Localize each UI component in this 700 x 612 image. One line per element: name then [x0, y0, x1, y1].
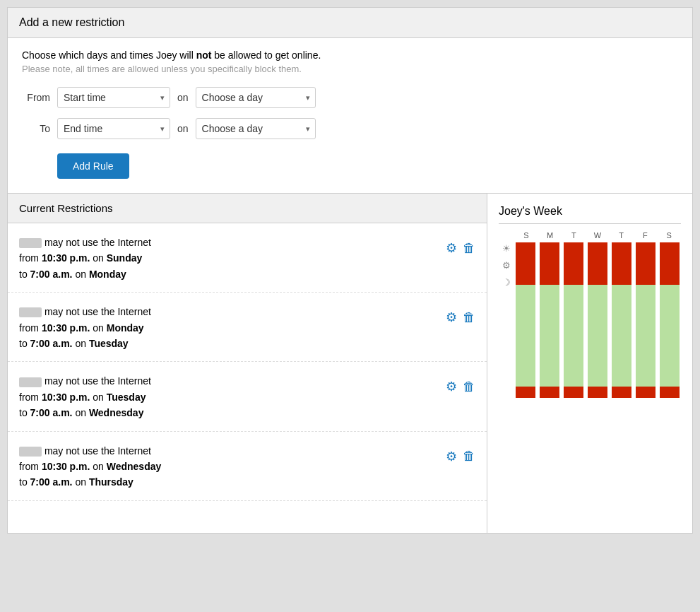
name-blur-4: [19, 447, 42, 457]
from-label: From: [22, 92, 50, 103]
sub-instruction: Please note, all times are allowed unles…: [22, 64, 678, 74]
from-row: From Start time 12:00 a.m. 1:00 a.m. 2:0…: [22, 87, 678, 108]
to-label: To: [22, 123, 50, 134]
bar-thursday-red-top: [612, 242, 631, 285]
instruction-end: be allowed to get online.: [214, 49, 321, 61]
name-blur-3: [19, 377, 42, 387]
bar-friday-green: [636, 285, 655, 387]
day-label-S2: S: [658, 231, 680, 240]
sun-icon: ☀: [502, 241, 511, 255]
end-time-select[interactable]: End time 12:00 a.m. 7:00 a.m. 10:30 p.m.: [57, 118, 170, 139]
bar-sunday-red-bot: [516, 387, 535, 398]
name-blur-2: [19, 307, 42, 317]
bar-sunday: [516, 242, 535, 398]
restriction-item-1: may not use the Internet from 10:30 p.m.…: [8, 223, 487, 293]
restriction-item-4: may not use the Internet from 10:30 p.m.…: [8, 432, 487, 501]
day-label-T1: T: [563, 231, 584, 240]
restriction-actions-4: ⚙ 🗑: [446, 443, 475, 464]
edit-restriction-3-icon[interactable]: ⚙: [446, 379, 457, 394]
moon-icon: ☽: [502, 275, 511, 289]
day-label-W: W: [587, 231, 608, 240]
edit-restriction-2-icon[interactable]: ⚙: [446, 310, 457, 325]
instruction-start: Choose which days and times Joey will: [22, 49, 194, 61]
bar-thursday-green: [612, 285, 631, 387]
page-title: Add a new restriction: [19, 16, 681, 29]
on-label-1: on: [177, 92, 189, 103]
restriction-text-2: may not use the Internet from 10:30 p.m.…: [19, 304, 151, 351]
instruction-text: Choose which days and times Joey will no…: [22, 49, 678, 61]
restriction-item-2: may not use the Internet from 10:30 p.m.…: [8, 293, 487, 362]
on-label-2: on: [177, 123, 189, 134]
bar-monday: [540, 242, 559, 398]
delete-restriction-4-icon[interactable]: 🗑: [463, 449, 475, 464]
delete-restriction-3-icon[interactable]: 🗑: [463, 379, 475, 394]
edit-restriction-4-icon[interactable]: ⚙: [446, 449, 457, 464]
day-labels: S M T W T F S: [514, 231, 681, 240]
bar-sunday-red-top: [516, 242, 535, 285]
start-time-select[interactable]: Start time 12:00 a.m. 1:00 a.m. 2:00 a.m…: [57, 87, 170, 108]
main-container: Add a new restriction Choose which days …: [7, 7, 693, 534]
edit-restriction-1-icon[interactable]: ⚙: [446, 240, 457, 256]
bottom-section: Current Restrictions may not use the Int…: [8, 194, 692, 533]
day-label-F: F: [634, 231, 655, 240]
gear-y-icon: ⚙: [502, 258, 511, 272]
bar-thursday-red-bot: [612, 387, 631, 398]
bar-sunday-green: [516, 285, 535, 387]
restriction-actions-3: ⚙ 🗑: [446, 373, 475, 394]
bar-wednesday-red-top: [588, 242, 607, 285]
bar-tuesday-green: [564, 285, 583, 387]
bar-tuesday: [564, 242, 583, 398]
to-day-wrapper: Choose a day Sunday Monday Tuesday Wedne…: [196, 118, 316, 139]
day-label-T2: T: [611, 231, 632, 240]
start-time-wrapper: Start time 12:00 a.m. 1:00 a.m. 2:00 a.m…: [57, 87, 170, 108]
bar-tuesday-red-bot: [564, 387, 583, 398]
day-label-M: M: [540, 231, 561, 240]
bar-saturday-green: [660, 285, 680, 387]
current-restrictions-title: Current Restrictions: [19, 202, 113, 214]
restriction-text-4: may not use the Internet from 10:30 p.m.…: [19, 443, 161, 490]
joeys-week-panel: Joey's Week ☀ ⚙ ☽ S M T W: [487, 194, 692, 533]
bar-wednesday-green: [588, 285, 607, 387]
from-day-select[interactable]: Choose a day Sunday Monday Tuesday Wedne…: [196, 87, 316, 108]
current-restrictions-header: Current Restrictions: [8, 194, 487, 223]
to-day-select[interactable]: Choose a day Sunday Monday Tuesday Wedne…: [196, 118, 316, 139]
add-restriction-body: Choose which days and times Joey will no…: [8, 38, 692, 194]
delete-restriction-1-icon[interactable]: 🗑: [463, 241, 475, 256]
restriction-text-3: may not use the Internet from 10:30 p.m.…: [19, 373, 151, 420]
instruction-bold: not: [196, 49, 212, 61]
bar-wednesday: [588, 242, 607, 398]
bar-monday-green: [540, 285, 559, 387]
bar-friday: [636, 242, 655, 398]
current-restrictions-panel: Current Restrictions may not use the Int…: [8, 194, 487, 533]
restriction-text-1: may not use the Internet from 10:30 p.m.…: [19, 235, 151, 282]
to-row: To End time 12:00 a.m. 7:00 a.m. 10:30 p…: [22, 118, 678, 139]
add-rule-button[interactable]: Add Rule: [57, 153, 129, 179]
bar-thursday: [612, 242, 631, 398]
bar-friday-red-bot: [636, 387, 655, 398]
delete-restriction-2-icon[interactable]: 🗑: [463, 310, 475, 325]
bar-saturday-red-top: [660, 242, 680, 285]
bar-saturday: [660, 242, 680, 398]
bar-saturday-red-bot: [660, 387, 680, 398]
bars-row: [514, 242, 681, 398]
y-axis: ☀ ⚙ ☽: [499, 231, 514, 289]
restriction-item-3: may not use the Internet from 10:30 p.m.…: [8, 362, 487, 431]
joeys-week-title: Joey's Week: [499, 205, 681, 224]
day-label-S1: S: [516, 231, 537, 240]
restriction-actions-2: ⚙ 🗑: [446, 304, 475, 325]
bar-wednesday-red-bot: [588, 387, 607, 398]
bar-monday-red-bot: [540, 387, 559, 398]
name-blur-1: [19, 238, 42, 248]
bar-friday-red-top: [636, 242, 655, 285]
bar-tuesday-red-top: [564, 242, 583, 285]
from-day-wrapper: Choose a day Sunday Monday Tuesday Wedne…: [196, 87, 316, 108]
restriction-actions-1: ⚙ 🗑: [446, 235, 475, 256]
week-chart: ☀ ⚙ ☽ S M T W T F S: [499, 231, 681, 398]
end-time-wrapper: End time 12:00 a.m. 7:00 a.m. 10:30 p.m.…: [57, 118, 170, 139]
bars-area: S M T W T F S: [514, 231, 681, 398]
add-restriction-header: Add a new restriction: [8, 8, 692, 38]
bar-monday-red-top: [540, 242, 559, 285]
